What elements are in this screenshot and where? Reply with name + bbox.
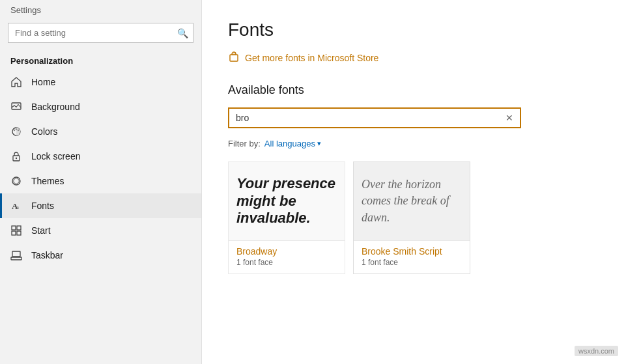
start-icon (10, 225, 22, 236)
svg-rect-14 (11, 257, 21, 260)
font-preview-script-text: Over the horizon comes the break of dawn… (362, 176, 462, 226)
svg-point-2 (14, 130, 15, 131)
svg-point-3 (16, 128, 17, 130)
svg-rect-17 (232, 53, 236, 55)
sidebar-item-start[interactable]: Start (0, 218, 201, 243)
font-card-broadway-info: Broadway 1 font face (229, 240, 345, 273)
sidebar-item-fonts-label: Fonts (31, 201, 54, 211)
lock-screen-icon (10, 150, 22, 162)
svg-point-4 (18, 130, 19, 131)
font-search-input[interactable] (236, 113, 505, 123)
filter-label: Filter by: (228, 139, 261, 148)
svg-rect-11 (17, 226, 21, 230)
font-card-brooke-smith-preview: Over the horizon comes the break of dawn… (354, 162, 470, 240)
sidebar: Settings 🔍 Personalization Home Backgrou… (0, 0, 202, 364)
sidebar-item-background[interactable]: Background (0, 94, 201, 119)
themes-icon (10, 175, 22, 187)
font-card-brooke-smith-script[interactable]: Over the horizon comes the break of dawn… (353, 161, 470, 274)
font-search-box: ✕ (228, 107, 521, 128)
sidebar-item-lock-screen[interactable]: Lock screen (0, 144, 201, 169)
sidebar-item-themes[interactable]: Themes (0, 169, 201, 193)
sidebar-item-taskbar[interactable]: Taskbar (0, 243, 201, 268)
filter-bar: Filter by: All languages ▾ (228, 139, 600, 148)
search-input[interactable] (8, 23, 193, 43)
main-content: Fonts Get more fonts in Microsoft Store … (202, 0, 626, 364)
colors-icon (10, 126, 22, 137)
sidebar-section-title: Personalization (0, 51, 201, 70)
font-card-brooke-smith-info: Brooke Smith Script 1 font face (354, 240, 470, 273)
svg-text:a: a (16, 204, 19, 210)
sidebar-item-lock-screen-label: Lock screen (31, 151, 80, 161)
filter-value[interactable]: All languages ▾ (264, 139, 321, 148)
font-card-brooke-smith-faces: 1 font face (362, 258, 462, 267)
sidebar-item-home-label: Home (31, 77, 55, 87)
store-link[interactable]: Get more fonts in Microsoft Store (228, 51, 600, 65)
font-card-broadway[interactable]: Your presence might be invaluable. Broad… (228, 161, 345, 274)
svg-rect-12 (12, 231, 16, 235)
search-icon: 🔍 (177, 28, 188, 38)
page-title: Fonts (228, 20, 600, 40)
fonts-icon: A a (10, 200, 22, 212)
font-card-broadway-faces: 1 font face (236, 258, 337, 267)
filter-chevron-icon: ▾ (317, 139, 321, 148)
sidebar-item-background-label: Background (31, 102, 80, 112)
svg-point-6 (16, 158, 17, 159)
sidebar-item-taskbar-label: Taskbar (31, 250, 63, 260)
svg-rect-15 (12, 251, 20, 257)
store-bag-icon (228, 51, 240, 65)
clear-search-icon[interactable]: ✕ (505, 113, 513, 123)
filter-value-text: All languages (264, 139, 315, 148)
available-fonts-title: Available fonts (228, 83, 600, 97)
font-card-broadway-preview: Your presence might be invaluable. (229, 162, 345, 240)
sidebar-search-container: 🔍 (8, 23, 193, 43)
sidebar-item-fonts[interactable]: A a Fonts (0, 193, 201, 218)
sidebar-item-home[interactable]: Home (0, 70, 201, 94)
sidebar-item-themes-label: Themes (31, 176, 64, 186)
font-cards-container: Your presence might be invaluable. Broad… (228, 161, 600, 274)
sidebar-item-colors-label: Colors (31, 126, 57, 137)
taskbar-icon (10, 249, 22, 261)
font-card-brooke-smith-name: Brooke Smith Script (362, 246, 462, 257)
sidebar-item-colors[interactable]: Colors (0, 119, 201, 144)
background-icon (10, 101, 22, 113)
home-icon (10, 76, 22, 88)
store-link-text: Get more fonts in Microsoft Store (245, 53, 378, 63)
font-card-broadway-name: Broadway (236, 246, 337, 257)
svg-rect-16 (230, 55, 238, 61)
sidebar-item-start-label: Start (31, 225, 51, 236)
sidebar-header: Settings (0, 0, 201, 19)
svg-rect-10 (12, 226, 16, 230)
svg-rect-13 (17, 231, 21, 235)
font-preview-broadway-text: Your presence might be invaluable. (236, 175, 337, 227)
